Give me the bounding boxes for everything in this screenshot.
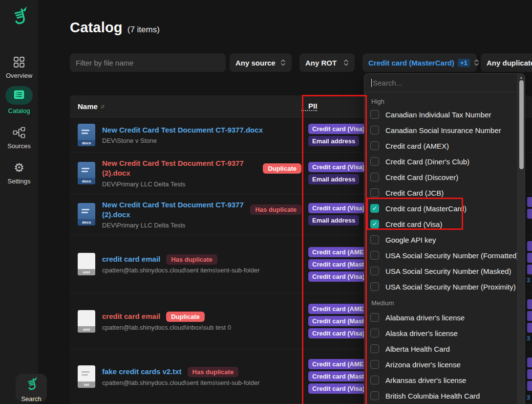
sidebar-item-label: Sources: [0, 142, 38, 150]
pii-option-credit-card-diner-s-club[interactable]: Credit Card (Diner's Club): [370, 154, 517, 169]
checkbox[interactable]: [370, 376, 379, 384]
checkbox[interactable]: [370, 110, 379, 119]
file-type-icon-docx: docx: [78, 162, 95, 184]
duplicate-filter-select[interactable]: Any duplicate: [481, 53, 532, 72]
pii-badge-credit-card-visa: Credit card (Visa): [308, 162, 368, 172]
pii-option-credit-card-visa[interactable]: ✓Credit card (Visa): [370, 216, 517, 232]
catalog-page: { "icons": { "sort": "↓↑", "check": "✓",…: [0, 0, 532, 404]
pii-option-canadian-social-insurance-number[interactable]: Canadian Social Insurance Number: [370, 122, 517, 138]
checkbox[interactable]: [370, 188, 379, 197]
file-icon-line: [82, 133, 88, 134]
scrollbar-thumb[interactable]: [519, 80, 524, 169]
pii-option-usa-social-security-number-masked[interactable]: USA Social Security Number (Masked): [370, 263, 517, 279]
sidebar-item-sources[interactable]: Sources: [0, 126, 38, 150]
file-extension-label: eml: [78, 326, 95, 333]
file-name-link[interactable]: New Credit Card Test Document CT-9377 (2…: [102, 200, 244, 220]
shinydocs-logo-icon: [23, 385, 40, 394]
list-icon: [14, 90, 24, 101]
checkbox[interactable]: [370, 267, 379, 275]
file-icon-line: [82, 374, 88, 376]
clipped-pii-badge-fragment: [527, 265, 532, 274]
column-header-name[interactable]: Name ↓↑: [70, 102, 301, 111]
file-name-line: credit card emailHas duplicate: [102, 254, 259, 265]
pii-option-google-api-key[interactable]: Google API key: [370, 232, 517, 247]
column-header-pii[interactable]: PII: [301, 102, 317, 111]
source-filter-select[interactable]: Any source: [230, 53, 292, 72]
checkbox[interactable]: [370, 126, 379, 135]
column-header-name-label: Name: [78, 102, 98, 111]
pii-badge-credit-card-visa: Credit card (Visa): [308, 271, 368, 282]
clipped-count-fragment: 3: [527, 394, 532, 401]
checkbox[interactable]: [370, 173, 379, 181]
search-button[interactable]: Search: [16, 374, 47, 402]
file-path: cpatten@lab.shinydocs.cloud\inbox\sub te…: [102, 324, 231, 331]
pii-option-alabama-driver-s-license[interactable]: Alabama driver's license: [370, 310, 517, 325]
pii-option-label: Canadian Individual Tax Number: [385, 111, 491, 119]
pii-option-credit-card-jcb[interactable]: Credit Card (JCB): [370, 185, 517, 201]
file-name-filter-input[interactable]: [76, 59, 220, 67]
clipped-pii-badge-fragment: [527, 381, 532, 391]
sidebar-item-overview[interactable]: Overview: [0, 56, 38, 79]
file-extension-label: eml: [78, 269, 95, 275]
pii-option-label: Arizona driver's license: [385, 360, 461, 369]
source-filter-value: Any source: [235, 59, 276, 67]
pii-option-label: USA Social Security Number (Masked): [385, 267, 511, 275]
pii-option-credit-card-amex[interactable]: Credit card (AMEX): [370, 138, 517, 154]
chevron-updown-icon: [280, 59, 286, 67]
pii-option-arkansas-driver-s-license[interactable]: Arkansas driver's license: [370, 372, 517, 388]
clipped-pii-badge-fragment: [527, 241, 532, 251]
file-name-link[interactable]: New Credit Card Test Document CT-9377.do…: [102, 125, 263, 135]
file-icon-line: [82, 130, 89, 131]
pii-option-alaska-driver-s-license[interactable]: Alaska driver's license: [370, 325, 517, 341]
checkbox-checked[interactable]: ✓: [370, 220, 379, 228]
file-meta: credit card emailDuplicatecpatten@lab.sh…: [102, 312, 231, 331]
file-meta: New Credit Card Test Document CT-9377 (2…: [102, 158, 301, 188]
checkbox[interactable]: [370, 329, 379, 337]
pii-option-alberta-health-card[interactable]: Alberta Health Card: [370, 341, 517, 357]
pii-badge-credit-card-visa: Credit card (Visa): [308, 124, 368, 134]
file-name-line: New Credit Card Test Document CT-9377.do…: [102, 125, 263, 135]
sort-icon[interactable]: ↓↑: [101, 103, 104, 109]
file-name-link[interactable]: New Credit Card Test Document CT-9377 (2…: [102, 158, 257, 179]
pii-option-credit-card-discover[interactable]: Credit Card (Discover): [370, 169, 517, 185]
checkbox[interactable]: [370, 141, 379, 150]
pii-option-usa-social-security-number-proximity[interactable]: USA Social Security Number (Proximity): [370, 279, 517, 294]
checkbox[interactable]: [370, 157, 379, 166]
sidebar: Overview Catalog: [0, 0, 38, 404]
file-meta: New Credit Card Test Document CT-9377.do…: [102, 125, 263, 144]
pii-option-label: Canadian Social Insurance Number: [385, 126, 501, 135]
sidebar-item-catalog[interactable]: Catalog: [0, 86, 38, 114]
pii-option-canadian-individual-tax-number[interactable]: Canadian Individual Tax Number: [370, 107, 517, 122]
pii-option-label: Arkansas driver's license: [385, 376, 466, 384]
checkbox[interactable]: [370, 344, 379, 353]
checkbox[interactable]: [370, 235, 379, 244]
file-extension-label: txt: [78, 382, 95, 388]
file-icon-line: [82, 212, 88, 213]
file-name-link[interactable]: credit card email: [102, 312, 160, 321]
pii-severity-group-label: High: [371, 97, 517, 107]
pii-option-label: Credit Card (Discover): [385, 173, 458, 181]
checkbox-checked[interactable]: ✓: [370, 204, 379, 213]
checkbox[interactable]: [370, 360, 379, 369]
pii-option-british-columbia-health-card[interactable]: British Columbia Health Card: [370, 388, 517, 404]
file-type-icon-eml: eml: [78, 253, 95, 275]
pii-option-arizona-driver-s-license[interactable]: Arizona driver's license: [370, 357, 517, 372]
file-name-line: New Credit Card Test Document CT-9377 (2…: [102, 200, 301, 220]
rot-filter-select[interactable]: Any ROT: [299, 53, 355, 72]
dropdown-scrollbar[interactable]: ▲: [517, 74, 525, 404]
checkbox[interactable]: [370, 313, 379, 322]
file-name-link[interactable]: fake credit cards v2.txt: [102, 367, 182, 377]
dropdown-search-input[interactable]: [373, 79, 518, 87]
pii-option-credit-card-mastercard[interactable]: ✓Credit card (MasterCard): [370, 201, 517, 216]
sidebar-item-label: Overview: [0, 72, 38, 79]
checkbox[interactable]: [370, 251, 379, 260]
checkbox[interactable]: [370, 282, 379, 291]
file-icon-line: [82, 371, 89, 373]
file-name-link[interactable]: credit card email: [102, 254, 160, 264]
scroll-up-arrow-icon[interactable]: ▲: [518, 74, 525, 81]
pii-filter-select[interactable]: Credit card (MasterCard) +1: [362, 53, 477, 72]
checkbox[interactable]: [370, 391, 379, 400]
pii-option-usa-social-security-number-formatted[interactable]: USA Social Security Number (Formatted): [370, 247, 517, 263]
pii-badge-email-address: Email address: [308, 136, 359, 146]
sidebar-item-settings[interactable]: ⚙ Settings: [0, 161, 38, 185]
